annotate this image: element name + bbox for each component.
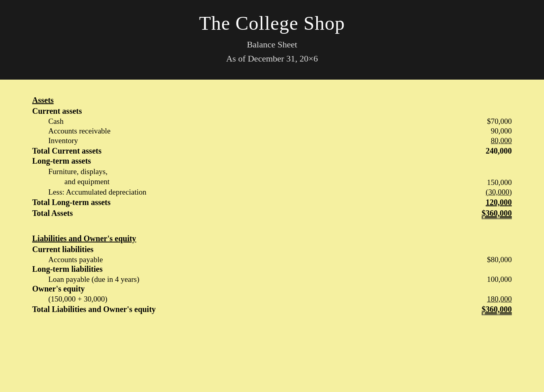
current-liabilities-header: Current liabilities — [32, 245, 512, 254]
company-name: The College Shop — [8, 12, 536, 34]
long-term-liabilities-header: Long-term liabilities — [32, 265, 512, 274]
total-liabilities-value: $360,000 — [482, 305, 512, 315]
furniture-label: Furniture, displays, and equipment — [32, 167, 109, 187]
liabilities-header: Liabilities and Owner's equity — [32, 234, 512, 243]
total-long-term-assets-row: Total Long-term assets 120,000 — [32, 197, 512, 208]
long-term-assets-header: Long-term assets — [32, 156, 512, 166]
page-header: The College Shop Balance Sheet As of Dec… — [0, 0, 544, 80]
total-current-assets-label: Total Current assets — [32, 146, 101, 156]
accounts-payable-row: Accounts payable $80,000 — [32, 255, 512, 265]
balance-sheet-content: Assets Current assets Cash $70,000 Accou… — [0, 80, 544, 332]
assets-header: Assets — [32, 96, 512, 105]
current-assets-header: Current assets — [32, 107, 512, 116]
accumulated-depreciation-label: Less: Accumulated depreciation — [32, 188, 146, 197]
accumulated-depreciation-value: (30,000) — [464, 188, 512, 197]
accounts-receivable-label: Accounts receivable — [32, 127, 111, 135]
accounts-payable-label: Accounts payable — [32, 255, 103, 264]
loan-payable-row: Loan payable (due in 4 years) 100,000 — [32, 275, 512, 284]
accumulated-depreciation-row: Less: Accumulated depreciation (30,000) — [32, 187, 512, 197]
report-title: Balance Sheet As of December 31, 20×6 — [8, 37, 536, 66]
total-current-assets-row: Total Current assets 240,000 — [32, 146, 512, 156]
cash-label: Cash — [32, 117, 64, 126]
total-assets-value: $360,000 — [482, 209, 512, 219]
inventory-row: Inventory 80,000 — [32, 136, 512, 146]
total-current-assets-value: 240,000 — [486, 146, 512, 156]
total-assets-row: Total Assets $360,000 — [32, 208, 512, 220]
inventory-value: 80,000 — [464, 136, 512, 145]
equity-calc-row: (150,000 + 30,000) 180,000 — [32, 294, 512, 304]
cash-value: $70,000 — [464, 117, 512, 126]
equity-calc-label: (150,000 + 30,000) — [32, 295, 107, 304]
total-liabilities-label: Total Liabilities and Owner's equity — [32, 305, 156, 314]
loan-payable-value: 100,000 — [464, 275, 512, 284]
accounts-receivable-row: Accounts receivable 90,000 — [32, 126, 512, 136]
total-liabilities-row: Total Liabilities and Owner's equity $36… — [32, 304, 512, 316]
furniture-row: Furniture, displays, and equipment 150,0… — [32, 166, 512, 187]
total-assets-label: Total Assets — [32, 209, 73, 218]
total-long-term-assets-value: 120,000 — [486, 198, 512, 207]
owners-equity-header: Owner's equity — [32, 284, 512, 293]
total-long-term-assets-label: Total Long-term assets — [32, 198, 111, 207]
accounts-receivable-value: 90,000 — [464, 127, 512, 135]
cash-row: Cash $70,000 — [32, 117, 512, 126]
loan-payable-label: Loan payable (due in 4 years) — [32, 275, 139, 284]
accounts-payable-value: $80,000 — [464, 255, 512, 264]
inventory-label: Inventory — [32, 136, 78, 145]
equity-calc-value: 180,000 — [464, 295, 512, 304]
furniture-value: 150,000 — [464, 178, 512, 187]
